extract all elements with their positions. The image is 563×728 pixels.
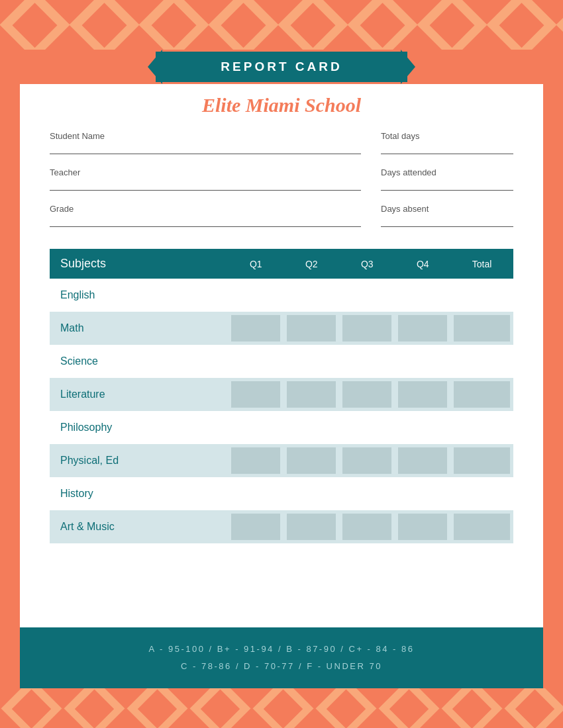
hist-q3 (339, 479, 395, 508)
subjects-header: Subjects (50, 249, 228, 279)
hist-q2 (283, 479, 339, 508)
form-section: Student Name Teacher Grade Total days (50, 130, 513, 234)
subject-philosophy: Philosophy (50, 413, 228, 442)
student-name-label: Student Name (50, 131, 105, 141)
grade-label: Grade (50, 204, 74, 214)
art-q3 (339, 510, 395, 543)
subject-history: History (50, 479, 228, 508)
grade-line (50, 226, 361, 227)
days-attended-line (381, 190, 513, 191)
science-q1 (228, 347, 283, 376)
form-right: Total days Days attended Days absent (381, 130, 513, 234)
science-q4 (395, 347, 450, 376)
footer: A - 95-100 / B+ - 91-94 / B - 87-90 / C+… (20, 627, 543, 688)
total-days-field: Total days (381, 130, 513, 154)
lit-q1 (228, 378, 283, 411)
english-q2 (283, 281, 339, 310)
footer-line2: C - 78-86 / D - 70-77 / F - UNDER 70 (40, 658, 523, 675)
art-q1 (228, 510, 283, 543)
english-q3 (339, 281, 395, 310)
total-days-label: Total days (381, 131, 420, 141)
total-days-line (381, 154, 513, 154)
q3-header: Q3 (339, 249, 395, 279)
table-row: English (50, 281, 513, 310)
english-total (450, 281, 513, 310)
banner-ribbon: REPORT CARD (156, 52, 407, 82)
table-header-row: Subjects Q1 Q2 Q3 Q4 Total (50, 249, 513, 279)
days-attended-field: Days attended (381, 166, 513, 191)
table-row: Literature (50, 378, 513, 411)
phil-q1 (228, 413, 283, 442)
phil-q4 (395, 413, 450, 442)
days-absent-label: Days absent (381, 204, 429, 214)
table-row: History (50, 479, 513, 508)
subject-science: Science (50, 347, 228, 376)
pe-total (450, 444, 513, 477)
subject-physical-ed: Physical, Ed (50, 444, 228, 477)
school-name: Elite Miami School (50, 94, 513, 116)
table-row: Physical, Ed (50, 444, 513, 477)
subject-art-music: Art & Music (50, 510, 228, 543)
teacher-field: Teacher (50, 166, 361, 191)
hist-q1 (228, 479, 283, 508)
lit-q2 (283, 378, 339, 411)
math-total (450, 312, 513, 345)
teacher-line (50, 190, 361, 191)
science-q3 (339, 347, 395, 376)
grades-table: Subjects Q1 Q2 Q3 Q4 Total English (50, 247, 513, 545)
top-pattern-row (0, 0, 563, 50)
pe-q4 (395, 444, 450, 477)
bottom-pattern-row (0, 688, 563, 728)
q4-header: Q4 (395, 249, 450, 279)
q2-header: Q2 (283, 249, 339, 279)
math-q3 (339, 312, 395, 345)
english-q1 (228, 281, 283, 310)
total-header: Total (450, 249, 513, 279)
table-row: Philosophy (50, 413, 513, 442)
pe-q2 (283, 444, 339, 477)
subject-literature: Literature (50, 378, 228, 411)
pe-q3 (339, 444, 395, 477)
lit-q3 (339, 378, 395, 411)
lit-q4 (395, 378, 450, 411)
main-card: REPORT CARD Elite Miami School Student N… (20, 50, 543, 688)
student-name-line (50, 154, 361, 154)
phil-q3 (339, 413, 395, 442)
phil-total (450, 413, 513, 442)
art-q2 (283, 510, 339, 543)
lit-total (450, 378, 513, 411)
table-row: Art & Music (50, 510, 513, 543)
form-left: Student Name Teacher Grade (50, 130, 361, 234)
english-q4 (395, 281, 450, 310)
math-q2 (283, 312, 339, 345)
pe-q1 (228, 444, 283, 477)
teacher-label: Teacher (50, 167, 80, 177)
footer-line1: A - 95-100 / B+ - 91-94 / B - 87-90 / C+… (40, 641, 523, 658)
subject-math: Math (50, 312, 228, 345)
bottom-decoration (0, 688, 563, 728)
q1-header: Q1 (228, 249, 283, 279)
subject-english: English (50, 281, 228, 310)
banner-title: REPORT CARD (221, 60, 342, 73)
top-decoration (0, 0, 563, 50)
table-row: Science (50, 347, 513, 376)
science-total (450, 347, 513, 376)
banner-wrapper: REPORT CARD (20, 50, 543, 84)
report-body: Elite Miami School Student Name Teacher … (20, 84, 543, 627)
math-q4 (395, 312, 450, 345)
art-q4 (395, 510, 450, 543)
math-q1 (228, 312, 283, 345)
days-attended-label: Days attended (381, 167, 436, 177)
grade-field: Grade (50, 203, 361, 227)
phil-q2 (283, 413, 339, 442)
science-q2 (283, 347, 339, 376)
footer-text: A - 95-100 / B+ - 91-94 / B - 87-90 / C+… (40, 641, 523, 675)
days-absent-field: Days absent (381, 203, 513, 227)
days-absent-line (381, 226, 513, 227)
student-name-field: Student Name (50, 130, 361, 154)
art-total (450, 510, 513, 543)
hist-total (450, 479, 513, 508)
table-row: Math (50, 312, 513, 345)
hist-q4 (395, 479, 450, 508)
